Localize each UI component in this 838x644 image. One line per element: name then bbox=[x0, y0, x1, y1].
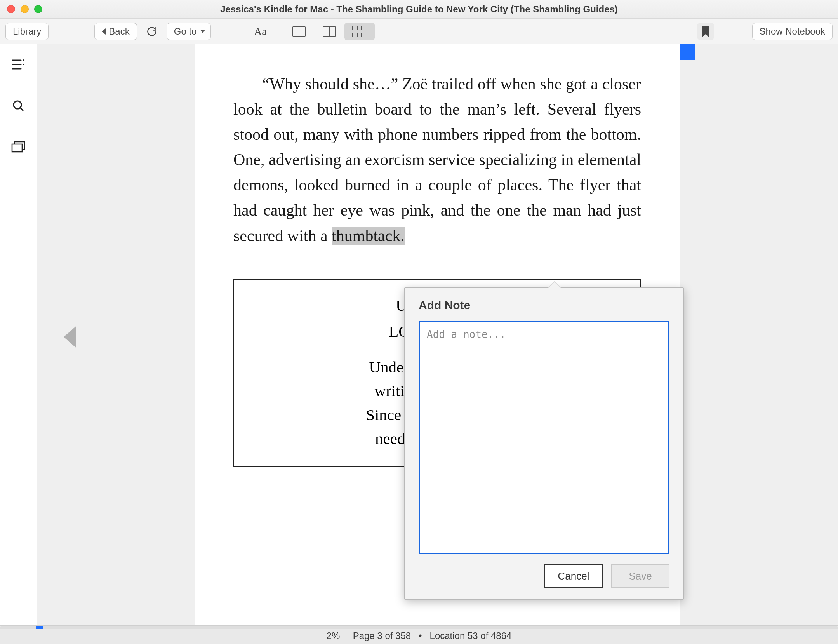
paragraph-text: “Why should she…” Zoë trailed off when s… bbox=[233, 75, 641, 245]
goto-button-label: Go to bbox=[174, 26, 197, 37]
main-area: “Why should she…” Zoë trailed off when s… bbox=[0, 44, 838, 625]
svg-point-4 bbox=[23, 64, 24, 65]
add-note-popover: Add Note Cancel Save bbox=[404, 287, 684, 600]
page-marker bbox=[680, 44, 695, 60]
multi-column-view-button[interactable] bbox=[344, 23, 375, 40]
popover-buttons: Cancel Save bbox=[419, 564, 669, 588]
page-count: Page 3 of 358 bbox=[353, 630, 411, 641]
content-area: “Why should she…” Zoë trailed off when s… bbox=[37, 44, 838, 625]
note-textarea[interactable] bbox=[419, 321, 669, 554]
status-bar: 2% Page 3 of 358 • Location 53 of 4864 bbox=[0, 625, 838, 644]
view-mode-group bbox=[284, 23, 375, 40]
cancel-button[interactable]: Cancel bbox=[544, 564, 603, 588]
svg-point-3 bbox=[23, 59, 24, 61]
cards-icon bbox=[11, 141, 25, 153]
left-rail bbox=[0, 44, 37, 625]
search-button[interactable] bbox=[9, 96, 28, 115]
page-paragraph[interactable]: “Why should she…” Zoë trailed off when s… bbox=[233, 71, 641, 249]
bookmark-button[interactable] bbox=[697, 23, 714, 40]
svg-rect-7 bbox=[12, 144, 22, 152]
toolbar: Library Back Go to Aa bbox=[0, 19, 838, 44]
show-notebook-button[interactable]: Show Notebook bbox=[752, 23, 833, 40]
sync-button[interactable] bbox=[143, 23, 161, 40]
save-button[interactable]: Save bbox=[611, 564, 669, 588]
popover-title: Add Note bbox=[419, 299, 669, 312]
multi-column-icon bbox=[352, 26, 367, 37]
flashcards-button[interactable] bbox=[9, 138, 28, 156]
two-page-icon bbox=[323, 26, 336, 37]
back-button-label: Back bbox=[109, 26, 129, 37]
chevron-left-icon bbox=[102, 28, 106, 35]
location-count: Location 53 of 4864 bbox=[430, 630, 512, 641]
progress-indicator[interactable] bbox=[36, 626, 43, 629]
toc-button[interactable] bbox=[9, 55, 28, 74]
single-page-view-button[interactable] bbox=[284, 23, 314, 40]
goto-button[interactable]: Go to bbox=[167, 23, 211, 40]
window-title: Jessica's Kindle for Mac - The Shambling… bbox=[0, 4, 838, 15]
app-window: Jessica's Kindle for Mac - The Shambling… bbox=[0, 0, 838, 644]
two-page-view-button[interactable] bbox=[314, 23, 344, 40]
show-notebook-label: Show Notebook bbox=[760, 26, 825, 37]
toc-icon bbox=[12, 59, 25, 70]
progress-percent: 2% bbox=[327, 630, 340, 641]
previous-page-button[interactable] bbox=[64, 326, 76, 348]
popover-caret-icon bbox=[548, 282, 561, 288]
title-bar: Jessica's Kindle for Mac - The Shambling… bbox=[0, 0, 838, 19]
separator: • bbox=[414, 630, 427, 641]
book-page: “Why should she…” Zoë trailed off when s… bbox=[195, 44, 680, 625]
library-button[interactable]: Library bbox=[5, 23, 49, 40]
single-page-icon bbox=[292, 26, 306, 37]
chevron-down-icon bbox=[200, 30, 205, 33]
font-icon: Aa bbox=[254, 25, 267, 38]
highlighted-text[interactable]: thumbtack. bbox=[332, 227, 405, 245]
footer-text: 2% Page 3 of 358 • Location 53 of 4864 bbox=[327, 630, 512, 641]
bookmark-icon bbox=[702, 26, 709, 37]
svg-line-6 bbox=[20, 108, 23, 110]
sync-icon bbox=[146, 26, 157, 37]
font-settings-button[interactable]: Aa bbox=[249, 23, 271, 40]
search-icon bbox=[12, 99, 24, 112]
library-button-label: Library bbox=[13, 26, 41, 37]
back-button[interactable]: Back bbox=[94, 23, 137, 40]
progress-track[interactable] bbox=[0, 626, 838, 629]
